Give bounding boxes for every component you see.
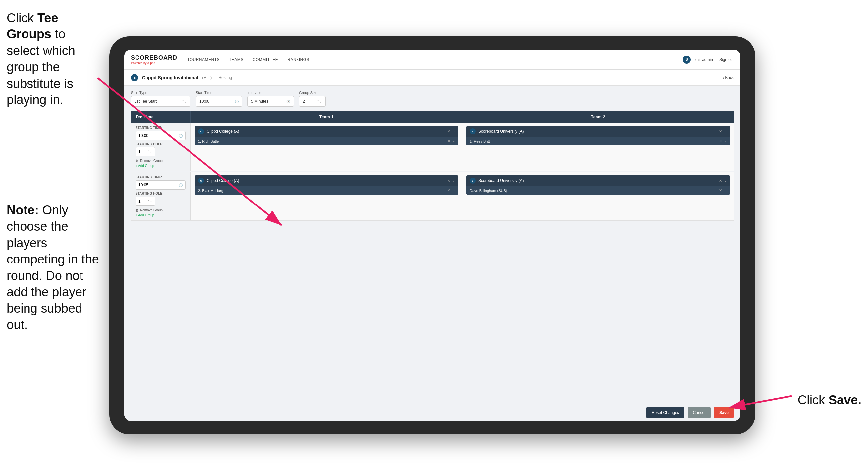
nav-rankings[interactable]: RANKINGS [287, 57, 309, 62]
th-tee-time: Tee Time [131, 111, 190, 123]
start-time-field: Start Time 10:00 🕐 [196, 91, 242, 107]
group2-team2-icon: S [470, 178, 476, 184]
tablet-frame: SCOREBOARD Powered by clippd TOURNAMENTS… [109, 36, 755, 434]
nav-avatar: B [683, 56, 691, 64]
group2-team2-name: Scoreboard University (A) [478, 178, 524, 183]
group1-teams: C Clippd College (A) ✕ ⌄ 1. Rich Butler [190, 123, 734, 171]
team1-remove-icon[interactable]: ✕ [447, 129, 450, 134]
group2-team1-remove-icon[interactable]: ✕ [447, 179, 450, 183]
player1-expand-icon[interactable]: ⌄ [452, 139, 455, 143]
remove-group-1-button[interactable]: 🗑 Remove Group [135, 159, 186, 163]
main-content: Start Type 1st Tee Start ⌃⌄ Start Time 1… [124, 86, 740, 404]
team1-icon: C [198, 128, 204, 134]
starting-time-label-2: STARTING TIME: [135, 175, 186, 179]
player-name: Dave Billingham (SUB) [470, 188, 507, 193]
starting-time-label-1: STARTING TIME: [135, 126, 186, 129]
group2-player1-actions: ✕ ⌄ [447, 188, 455, 193]
note-text: Note: Only choose the players competing … [0, 196, 113, 340]
reset-changes-button[interactable]: Reset Changes [646, 407, 684, 418]
cancel-button[interactable]: Cancel [688, 407, 711, 418]
group2-left: STARTING TIME: 10:05 🕐 STARTING HOLE: 1 … [131, 172, 190, 221]
player-name: 1. Rich Butler [198, 139, 220, 143]
group2-team2-remove-icon[interactable]: ✕ [719, 179, 722, 183]
time-icon-2: 🕐 [179, 183, 183, 187]
start-time-input[interactable]: 10:00 🕐 [196, 96, 242, 107]
team2-remove-icon[interactable]: ✕ [719, 129, 722, 134]
group-size-spinner: ⌃⌄ [317, 100, 322, 104]
group1-team1-player1-row: 1. Rich Butler ✕ ⌄ [195, 137, 458, 145]
nav-tournaments[interactable]: TOURNAMENTS [187, 57, 220, 62]
team1-actions: ✕ ⌄ [447, 129, 455, 134]
group1-team2-header: S Scoreboard University (A) ✕ ⌄ [466, 126, 730, 137]
tournament-name: Clippd Spring Invitational [142, 75, 198, 80]
back-button[interactable]: ‹ Back [722, 75, 734, 80]
group1-time-input[interactable]: 10:00 🕐 [135, 131, 186, 140]
logo-title: SCOREBOARD [131, 54, 177, 61]
nav-committee[interactable]: COMMITTEE [253, 57, 278, 62]
team2-icon: S [470, 128, 476, 134]
player-name: 1. Rees Britt [470, 139, 490, 143]
group2-hole-input[interactable]: 1 ⌃⌄ [135, 197, 155, 206]
remove-group-2-button[interactable]: 🗑 Remove Group [135, 208, 186, 212]
start-type-label: Start Type [131, 91, 190, 95]
trash-icon-2: 🗑 [135, 208, 139, 212]
instruction-text: Click Tee Groups to select which group t… [0, 0, 103, 118]
intervals-input[interactable]: 5 Minutes 🕐 [247, 96, 294, 107]
start-type-spinner: ⌃⌄ [182, 100, 187, 104]
config-row: Start Type 1st Tee Start ⌃⌄ Start Time 1… [131, 91, 734, 107]
add-group-2-button[interactable]: + Add Group [135, 213, 186, 217]
player2-remove-icon[interactable]: ✕ [719, 139, 722, 143]
group2-team1-header: C Clippd College (A) ✕ ⌄ [195, 175, 458, 186]
trash-icon-1: 🗑 [135, 159, 139, 163]
group2-team2-expand-icon[interactable]: ⌄ [724, 179, 726, 183]
group2-player2-expand-icon[interactable]: ⌄ [724, 188, 726, 193]
save-button[interactable]: Save [714, 407, 734, 418]
group-size-label: Group Size [299, 91, 326, 95]
group2-team1-col: C Clippd College (A) ✕ ⌄ 2. Blair McHarg [190, 172, 462, 221]
group2-player1-expand-icon[interactable]: ⌄ [452, 188, 455, 193]
group2-team1-icon: C [198, 178, 204, 184]
team1-expand-icon[interactable]: ⌄ [452, 129, 455, 134]
group2-team2-actions: ✕ ⌄ [719, 179, 726, 183]
hosting-label: Hosting [218, 75, 232, 80]
group2-time-input[interactable]: 10:05 🕐 [135, 180, 186, 189]
team2-actions: ✕ ⌄ [719, 129, 726, 134]
group1-team1-header: C Clippd College (A) ✕ ⌄ [195, 126, 458, 137]
team2-left: S Scoreboard University (A) [470, 128, 524, 134]
table-row: STARTING TIME: 10:05 🕐 STARTING HOLE: 1 … [131, 172, 734, 221]
team2-name: Scoreboard University (A) [478, 129, 524, 134]
nav-teams[interactable]: TEAMS [229, 57, 244, 62]
add-group-1-button[interactable]: + Add Group [135, 164, 186, 168]
intervals-field: Intervals 5 Minutes 🕐 [247, 91, 294, 107]
group-size-input[interactable]: 2 ⌃⌄ [299, 96, 326, 107]
start-type-field: Start Type 1st Tee Start ⌃⌄ [131, 91, 190, 107]
hole-spinner-1: ⌃⌄ [147, 150, 152, 153]
note-prefix: Note: [7, 203, 42, 217]
th-team1: Team 1 [190, 111, 462, 123]
nav-links: TOURNAMENTS TEAMS COMMITTEE RANKINGS [187, 57, 683, 62]
group1-team2-card: S Scoreboard University (A) ✕ ⌄ 1. Rees … [466, 126, 730, 145]
nav-bar: SCOREBOARD Powered by clippd TOURNAMENTS… [124, 50, 740, 69]
group2-team1-expand-icon[interactable]: ⌄ [452, 179, 455, 183]
starting-hole-label-2: STARTING HOLE: [135, 192, 186, 195]
breadcrumb-left: B Clippd Spring Invitational (Men) Hosti… [131, 74, 232, 81]
group2-team1-player1-row: 2. Blair McHarg ✕ ⌄ [195, 186, 458, 195]
nav-divider: | [716, 57, 717, 62]
nav-user: B blair admin | Sign out [683, 56, 734, 64]
group2-team2-header: S Scoreboard University (A) ✕ ⌄ [466, 175, 730, 186]
group2-player2-remove-icon[interactable]: ✕ [719, 188, 722, 193]
breadcrumb-icon: B [131, 74, 138, 81]
player1-remove-icon[interactable]: ✕ [447, 139, 450, 143]
intervals-clock: 🕐 [286, 100, 290, 104]
sign-out-link[interactable]: Sign out [719, 57, 734, 62]
group1-left: STARTING TIME: 10:00 🕐 STARTING HOLE: 1 … [131, 123, 190, 171]
group2-player1-remove-icon[interactable]: ✕ [447, 188, 450, 193]
team2-expand-icon[interactable]: ⌄ [724, 129, 726, 134]
breadcrumb-bar: B Clippd Spring Invitational (Men) Hosti… [124, 69, 740, 86]
player2-expand-icon[interactable]: ⌄ [724, 139, 726, 143]
group2-team1-card: C Clippd College (A) ✕ ⌄ 2. Blair McHarg [195, 175, 458, 195]
group1-hole-input[interactable]: 1 ⌃⌄ [135, 147, 155, 156]
start-type-input[interactable]: 1st Tee Start ⌃⌄ [131, 96, 190, 107]
group2-team1-left: C Clippd College (A) [198, 178, 239, 184]
group2-teams: C Clippd College (A) ✕ ⌄ 2. Blair McHarg [190, 172, 734, 221]
